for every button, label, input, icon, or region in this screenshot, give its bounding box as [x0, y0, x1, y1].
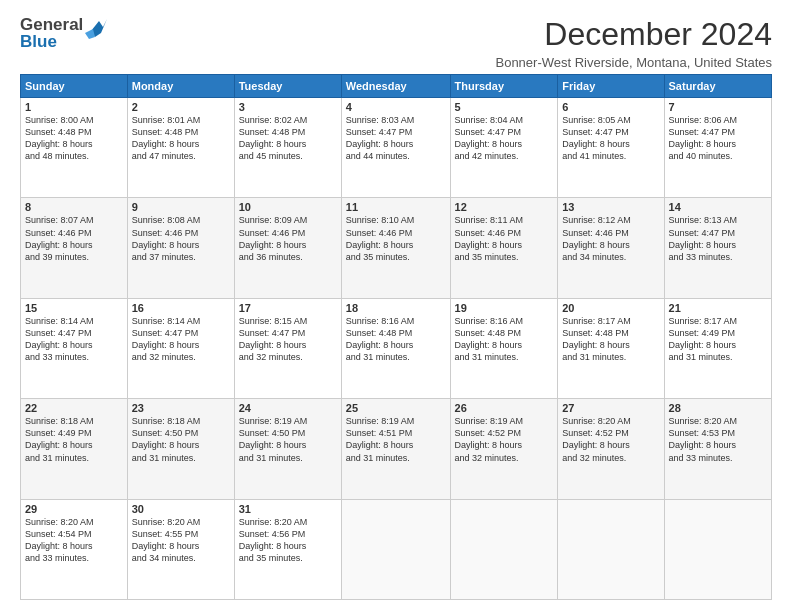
day-info: Sunrise: 8:04 AM Sunset: 4:47 PM Dayligh…: [455, 114, 554, 163]
calendar-cell: 12 Sunrise: 8:11 AM Sunset: 4:46 PM Dayl…: [450, 198, 558, 298]
calendar-cell: 16 Sunrise: 8:14 AM Sunset: 4:47 PM Dayl…: [127, 298, 234, 398]
day-info: Sunrise: 8:00 AM Sunset: 4:48 PM Dayligh…: [25, 114, 123, 163]
day-number: 24: [239, 402, 337, 414]
title-block: December 2024 Bonner-West Riverside, Mon…: [495, 16, 772, 70]
calendar-cell: 8 Sunrise: 8:07 AM Sunset: 4:46 PM Dayli…: [21, 198, 128, 298]
day-info: Sunrise: 8:19 AM Sunset: 4:50 PM Dayligh…: [239, 415, 337, 464]
day-number: 17: [239, 302, 337, 314]
calendar-cell: 10 Sunrise: 8:09 AM Sunset: 4:46 PM Dayl…: [234, 198, 341, 298]
day-number: 18: [346, 302, 446, 314]
day-info: Sunrise: 8:03 AM Sunset: 4:47 PM Dayligh…: [346, 114, 446, 163]
day-info: Sunrise: 8:18 AM Sunset: 4:49 PM Dayligh…: [25, 415, 123, 464]
calendar-table: SundayMondayTuesdayWednesdayThursdayFrid…: [20, 74, 772, 600]
day-number: 8: [25, 201, 123, 213]
logo: General Blue: [20, 16, 107, 50]
day-number: 13: [562, 201, 659, 213]
month-title: December 2024: [495, 16, 772, 53]
day-info: Sunrise: 8:11 AM Sunset: 4:46 PM Dayligh…: [455, 214, 554, 263]
day-info: Sunrise: 8:15 AM Sunset: 4:47 PM Dayligh…: [239, 315, 337, 364]
day-number: 2: [132, 101, 230, 113]
page: General Blue December 2024 Bonner-West R…: [0, 0, 792, 612]
day-info: Sunrise: 8:05 AM Sunset: 4:47 PM Dayligh…: [562, 114, 659, 163]
col-header-monday: Monday: [127, 75, 234, 98]
calendar-week-1: 1 Sunrise: 8:00 AM Sunset: 4:48 PM Dayli…: [21, 98, 772, 198]
calendar-week-3: 15 Sunrise: 8:14 AM Sunset: 4:47 PM Dayl…: [21, 298, 772, 398]
day-number: 20: [562, 302, 659, 314]
day-info: Sunrise: 8:16 AM Sunset: 4:48 PM Dayligh…: [455, 315, 554, 364]
day-number: 26: [455, 402, 554, 414]
calendar-cell: 19 Sunrise: 8:16 AM Sunset: 4:48 PM Dayl…: [450, 298, 558, 398]
day-number: 10: [239, 201, 337, 213]
day-info: Sunrise: 8:01 AM Sunset: 4:48 PM Dayligh…: [132, 114, 230, 163]
day-number: 29: [25, 503, 123, 515]
day-number: 25: [346, 402, 446, 414]
calendar-cell: 27 Sunrise: 8:20 AM Sunset: 4:52 PM Dayl…: [558, 399, 664, 499]
day-number: 15: [25, 302, 123, 314]
day-info: Sunrise: 8:20 AM Sunset: 4:53 PM Dayligh…: [669, 415, 767, 464]
day-number: 22: [25, 402, 123, 414]
calendar-cell: 1 Sunrise: 8:00 AM Sunset: 4:48 PM Dayli…: [21, 98, 128, 198]
day-number: 21: [669, 302, 767, 314]
calendar-cell: 14 Sunrise: 8:13 AM Sunset: 4:47 PM Dayl…: [664, 198, 771, 298]
calendar-cell: 20 Sunrise: 8:17 AM Sunset: 4:48 PM Dayl…: [558, 298, 664, 398]
logo-general: General: [20, 16, 83, 33]
calendar-cell: 25 Sunrise: 8:19 AM Sunset: 4:51 PM Dayl…: [341, 399, 450, 499]
day-info: Sunrise: 8:17 AM Sunset: 4:49 PM Dayligh…: [669, 315, 767, 364]
calendar-cell: 13 Sunrise: 8:12 AM Sunset: 4:46 PM Dayl…: [558, 198, 664, 298]
col-header-tuesday: Tuesday: [234, 75, 341, 98]
calendar-cell: 21 Sunrise: 8:17 AM Sunset: 4:49 PM Dayl…: [664, 298, 771, 398]
calendar-cell: 6 Sunrise: 8:05 AM Sunset: 4:47 PM Dayli…: [558, 98, 664, 198]
day-info: Sunrise: 8:09 AM Sunset: 4:46 PM Dayligh…: [239, 214, 337, 263]
day-number: 16: [132, 302, 230, 314]
day-info: Sunrise: 8:16 AM Sunset: 4:48 PM Dayligh…: [346, 315, 446, 364]
col-header-friday: Friday: [558, 75, 664, 98]
calendar-cell: 18 Sunrise: 8:16 AM Sunset: 4:48 PM Dayl…: [341, 298, 450, 398]
col-header-thursday: Thursday: [450, 75, 558, 98]
col-header-wednesday: Wednesday: [341, 75, 450, 98]
day-info: Sunrise: 8:17 AM Sunset: 4:48 PM Dayligh…: [562, 315, 659, 364]
day-info: Sunrise: 8:20 AM Sunset: 4:56 PM Dayligh…: [239, 516, 337, 565]
logo-bird-icon: [85, 19, 107, 43]
calendar-cell: 7 Sunrise: 8:06 AM Sunset: 4:47 PM Dayli…: [664, 98, 771, 198]
day-number: 1: [25, 101, 123, 113]
calendar-cell: 9 Sunrise: 8:08 AM Sunset: 4:46 PM Dayli…: [127, 198, 234, 298]
calendar-cell: 28 Sunrise: 8:20 AM Sunset: 4:53 PM Dayl…: [664, 399, 771, 499]
calendar-cell: [341, 499, 450, 599]
day-number: 7: [669, 101, 767, 113]
day-info: Sunrise: 8:06 AM Sunset: 4:47 PM Dayligh…: [669, 114, 767, 163]
calendar-cell: [450, 499, 558, 599]
calendar-cell: 23 Sunrise: 8:18 AM Sunset: 4:50 PM Dayl…: [127, 399, 234, 499]
day-info: Sunrise: 8:19 AM Sunset: 4:52 PM Dayligh…: [455, 415, 554, 464]
calendar-cell: 30 Sunrise: 8:20 AM Sunset: 4:55 PM Dayl…: [127, 499, 234, 599]
col-header-saturday: Saturday: [664, 75, 771, 98]
day-info: Sunrise: 8:07 AM Sunset: 4:46 PM Dayligh…: [25, 214, 123, 263]
col-header-sunday: Sunday: [21, 75, 128, 98]
calendar-cell: 3 Sunrise: 8:02 AM Sunset: 4:48 PM Dayli…: [234, 98, 341, 198]
calendar-week-2: 8 Sunrise: 8:07 AM Sunset: 4:46 PM Dayli…: [21, 198, 772, 298]
day-info: Sunrise: 8:18 AM Sunset: 4:50 PM Dayligh…: [132, 415, 230, 464]
calendar-cell: 22 Sunrise: 8:18 AM Sunset: 4:49 PM Dayl…: [21, 399, 128, 499]
logo-blue: Blue: [20, 33, 83, 50]
day-info: Sunrise: 8:08 AM Sunset: 4:46 PM Dayligh…: [132, 214, 230, 263]
day-number: 14: [669, 201, 767, 213]
day-number: 5: [455, 101, 554, 113]
day-info: Sunrise: 8:14 AM Sunset: 4:47 PM Dayligh…: [25, 315, 123, 364]
day-number: 4: [346, 101, 446, 113]
day-number: 12: [455, 201, 554, 213]
day-info: Sunrise: 8:13 AM Sunset: 4:47 PM Dayligh…: [669, 214, 767, 263]
day-number: 11: [346, 201, 446, 213]
day-info: Sunrise: 8:02 AM Sunset: 4:48 PM Dayligh…: [239, 114, 337, 163]
calendar-cell: 29 Sunrise: 8:20 AM Sunset: 4:54 PM Dayl…: [21, 499, 128, 599]
day-info: Sunrise: 8:14 AM Sunset: 4:47 PM Dayligh…: [132, 315, 230, 364]
calendar-cell: [558, 499, 664, 599]
calendar-cell: 11 Sunrise: 8:10 AM Sunset: 4:46 PM Dayl…: [341, 198, 450, 298]
day-info: Sunrise: 8:12 AM Sunset: 4:46 PM Dayligh…: [562, 214, 659, 263]
calendar-week-5: 29 Sunrise: 8:20 AM Sunset: 4:54 PM Dayl…: [21, 499, 772, 599]
calendar-cell: 26 Sunrise: 8:19 AM Sunset: 4:52 PM Dayl…: [450, 399, 558, 499]
day-info: Sunrise: 8:10 AM Sunset: 4:46 PM Dayligh…: [346, 214, 446, 263]
calendar-header-row: SundayMondayTuesdayWednesdayThursdayFrid…: [21, 75, 772, 98]
calendar-cell: 24 Sunrise: 8:19 AM Sunset: 4:50 PM Dayl…: [234, 399, 341, 499]
calendar-cell: 17 Sunrise: 8:15 AM Sunset: 4:47 PM Dayl…: [234, 298, 341, 398]
calendar-week-4: 22 Sunrise: 8:18 AM Sunset: 4:49 PM Dayl…: [21, 399, 772, 499]
day-number: 19: [455, 302, 554, 314]
